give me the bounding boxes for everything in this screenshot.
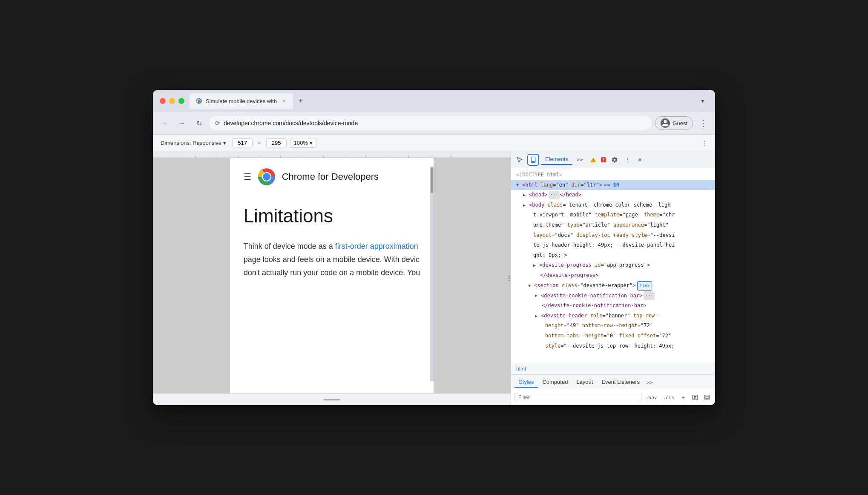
title-bar: Simulate mobile devices with × + ▾ (153, 90, 715, 112)
ruler-top (153, 151, 511, 158)
html-root-line[interactable]: ▼ <html lang="en" dir="ltr" > == $0 (511, 180, 715, 190)
warning-icon[interactable]: ! (589, 155, 598, 164)
dimensions-select[interactable]: Dimensions: Responsive ▾ (158, 138, 229, 147)
profile-button[interactable]: Guest (655, 116, 693, 130)
browser-window: Simulate mobile devices with × + ▾ ← → ↻… (153, 90, 715, 405)
site-name: Chrome for Developers (282, 171, 379, 182)
html-head-line[interactable]: ▶ <head> ··· </head> (511, 190, 715, 200)
html-progress-open[interactable]: ▶ <devsite-progress id="app-progress"> (511, 260, 715, 271)
svg-text:!: ! (602, 158, 605, 162)
height-input[interactable] (266, 138, 287, 147)
close-button[interactable] (160, 98, 166, 104)
html-section-line[interactable]: ▼ <section class="devsite-wrapper"> flex (511, 281, 715, 291)
svg-rect-32 (705, 395, 710, 400)
device-toolbar: Dimensions: Responsive ▾ × 100% ▾ ⋮ (153, 134, 715, 151)
dimensions-dropdown-icon: ▾ (223, 140, 226, 146)
styles-tabs: Styles Computed Layout Event Listeners >… (511, 375, 715, 390)
svg-rect-23 (532, 161, 534, 162)
devtools-toolbar: Elements >> ! ! (511, 151, 715, 168)
tab-menu-button[interactable]: ▾ (696, 95, 708, 107)
devtools-close-button[interactable]: × (635, 155, 645, 165)
html-body-line[interactable]: ▶ <body class="tenant--chrome color-sche… (511, 200, 715, 210)
profile-icon (661, 118, 670, 128)
refresh-button[interactable]: ↻ (192, 116, 206, 130)
styles-tab-styles[interactable]: Styles (514, 377, 538, 388)
zoom-dropdown-icon: ▾ (310, 140, 313, 146)
address-bar[interactable]: ⟳ developer.chrome.com/docs/devtools/dev… (209, 116, 652, 130)
scrollbar[interactable] (430, 167, 434, 381)
expand-html-btn[interactable]: ▼ (516, 181, 522, 189)
body-link[interactable]: first-order approximation (335, 242, 418, 250)
filter-cls-button[interactable]: .cls (661, 394, 676, 401)
html-header-attr3[interactable]: style="--devsite-js-top-row--height: 49p… (511, 341, 715, 351)
kebab-menu-button[interactable]: ⋮ (696, 116, 710, 130)
maximize-button[interactable] (178, 98, 184, 104)
html-body-attr3[interactable]: layout="docs" display-toc ready style="-… (511, 230, 715, 241)
dim-separator: × (258, 140, 261, 146)
styles-tab-computed[interactable]: Computed (538, 377, 572, 388)
html-header-attr1[interactable]: height="49" bottom-row--height="72" (511, 321, 715, 331)
filter-hov-button[interactable]: :hov (644, 394, 659, 401)
filter-icon-2[interactable] (702, 393, 712, 402)
mobile-frame: ☰ Chrome for D (230, 158, 434, 393)
html-body-attr5[interactable]: ght: 0px;"> (511, 250, 715, 261)
flex-badge[interactable]: flex (637, 281, 652, 291)
device-mode-button[interactable] (527, 154, 539, 166)
page-body: Think of device mode as a first-order ap… (244, 240, 420, 279)
breadcrumb-html[interactable]: html (516, 366, 526, 372)
back-button[interactable]: ← (158, 116, 172, 130)
traffic-lights (160, 98, 184, 104)
html-body-attr2[interactable]: ome-theme" type="article" appearance="li… (511, 220, 715, 230)
filter-icon-1[interactable] (690, 393, 700, 402)
devtools-settings-button[interactable] (609, 155, 620, 165)
elements-content[interactable]: <!DOCTYPE html> ▼ <html lang="en" dir="l… (511, 168, 715, 363)
viewport-area: ☰ Chrome for D (153, 151, 511, 405)
tab-close-button[interactable]: × (280, 98, 287, 104)
page-content: ☰ Chrome for D (230, 158, 434, 289)
new-tab-button[interactable]: + (295, 95, 307, 107)
devtools-alert-icons: ! ! (589, 155, 608, 164)
nav-bar: ← → ↻ ⟳ developer.chrome.com/docs/devtoo… (153, 112, 715, 134)
styles-tab-event-listeners[interactable]: Event Listeners (597, 377, 644, 388)
breadcrumb-bar: html (511, 363, 715, 375)
html-cookie-close[interactable]: </devsite-cookie-notification-bar> (511, 301, 715, 311)
active-tab[interactable]: Simulate mobile devices with × (190, 93, 293, 109)
filter-input[interactable] (514, 393, 641, 402)
html-cookie-open[interactable]: ▶ <devsite-cookie-notification-bar> ··· (511, 291, 715, 301)
html-progress-close[interactable]: </devsite-progress> (511, 271, 715, 281)
html-body-attr4[interactable]: te-js-header-height: 49px; --devsite-pan… (511, 240, 715, 250)
chrome-logo (258, 168, 275, 185)
filter-add-button[interactable]: + (678, 393, 688, 402)
zoom-select[interactable]: 100% ▾ (290, 138, 316, 148)
resize-handle[interactable] (507, 151, 511, 405)
filter-bar: :hov .cls + (511, 390, 715, 405)
devtools-tab-more[interactable]: >> (574, 155, 585, 164)
svg-text:!: ! (592, 158, 594, 163)
html-header-open[interactable]: ▶ <devsite-header role="banner" top-row-… (511, 311, 715, 321)
width-input[interactable] (232, 138, 253, 147)
html-doctype-line[interactable]: <!DOCTYPE html> (511, 170, 715, 180)
devtools-more-button[interactable]: ⋮ (621, 154, 633, 166)
inspect-button[interactable] (514, 154, 526, 166)
minimize-button[interactable] (169, 98, 175, 104)
zoom-label: 100% (294, 140, 308, 146)
styles-tab-layout[interactable]: Layout (572, 377, 597, 388)
styles-tab-more[interactable]: >> (644, 378, 655, 387)
toolbar-more-button[interactable]: ⋮ (698, 137, 710, 149)
bottom-bar (153, 393, 511, 405)
devtools-panel: Elements >> ! ! (511, 151, 715, 405)
forward-button[interactable]: → (175, 116, 189, 130)
head-ellipsis[interactable]: ··· (549, 191, 560, 199)
html-body-attr1[interactable]: t viewport--mobile" template="page" them… (511, 210, 715, 220)
devtools-tab-elements[interactable]: Elements (541, 154, 572, 165)
expand-head-btn[interactable]: ▶ (523, 191, 529, 199)
cookie-ellipsis[interactable]: ··· (644, 291, 655, 300)
scrollbar-thumb[interactable] (431, 167, 433, 193)
error-icon[interactable]: ! (599, 155, 608, 164)
svg-point-21 (263, 173, 270, 181)
html-header-attr2[interactable]: bottom-tabs--height="0" fixed offset="72… (511, 331, 715, 341)
body-text-1: Think of device mode as a (244, 242, 335, 250)
body-text-3: don't actually run your code on a mobile… (244, 266, 420, 279)
tab-title: Simulate mobile devices with (206, 98, 277, 104)
hamburger-icon[interactable]: ☰ (244, 172, 251, 182)
